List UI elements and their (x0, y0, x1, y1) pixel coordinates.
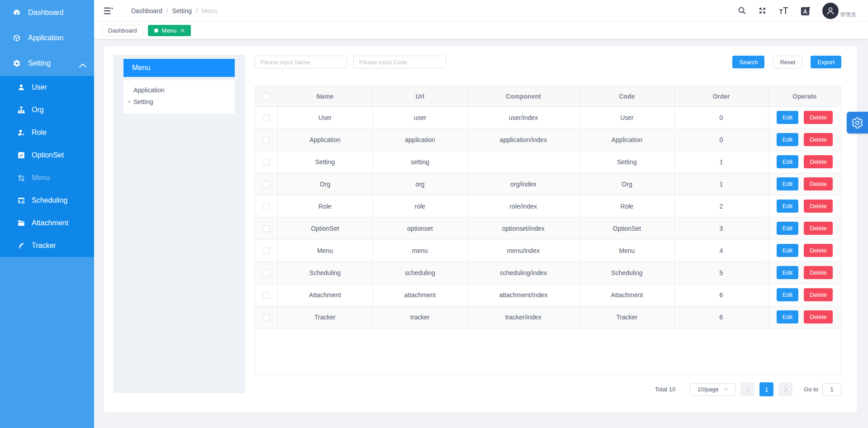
prev-page-button[interactable] (740, 382, 754, 396)
edit-button[interactable]: Edit (777, 222, 798, 235)
table-header-row: Name Url Component Code Order Operate (255, 86, 841, 106)
sidebar-item-label: Setting (28, 59, 51, 67)
row-checkbox[interactable] (263, 314, 270, 321)
cell-component: tracker/index (467, 306, 579, 328)
sidebar-item-dashboard[interactable]: Dashboard (0, 0, 94, 25)
sidebar-item-role[interactable]: Role (0, 121, 94, 144)
cell-component (467, 151, 579, 173)
row-checkbox[interactable] (263, 181, 270, 188)
edit-button[interactable]: Edit (777, 177, 798, 190)
delete-button[interactable]: Delete (804, 222, 833, 235)
page-number-button[interactable]: 1 (759, 382, 773, 396)
export-button[interactable]: Export (811, 56, 841, 68)
delete-button[interactable]: Delete (804, 155, 833, 168)
tree-item-application[interactable]: Application (123, 84, 235, 96)
row-checkbox[interactable] (263, 225, 270, 232)
reset-button[interactable]: Reset (773, 56, 802, 68)
app-root: Dashboard Application Setting User (0, 0, 868, 428)
sidebar-item-user[interactable]: User (0, 76, 94, 99)
sidebar-item-application[interactable]: Application (0, 25, 94, 51)
sidebar-item-optionset[interactable]: OptionSet (0, 144, 94, 166)
cell-code: Setting (579, 151, 674, 173)
sidebar-item-setting[interactable]: Setting (0, 51, 94, 76)
org-icon (17, 106, 25, 114)
translate-icon[interactable] (801, 6, 811, 16)
row-checkbox[interactable] (263, 292, 270, 299)
column-header: Operate (768, 86, 841, 106)
cell-name: Tracker (277, 306, 373, 328)
row-checkbox[interactable] (263, 203, 270, 210)
code-filter-input[interactable] (353, 56, 446, 68)
optionset-icon (17, 151, 25, 159)
sidebar-item-menu[interactable]: Menu (0, 166, 94, 189)
sidebar-item-label: Scheduling (32, 196, 67, 204)
cell-url: menu (373, 239, 467, 262)
name-filter-input[interactable] (255, 56, 347, 68)
tab-label: Dashboard (108, 27, 137, 34)
breadcrumb-separator: / (196, 7, 198, 14)
sidebar-fold-icon[interactable] (103, 7, 113, 15)
delete-button[interactable]: Delete (804, 111, 833, 124)
settings-fab-button[interactable] (847, 112, 868, 133)
cell-code: Org (579, 173, 674, 195)
row-checkbox[interactable] (263, 247, 270, 254)
delete-button[interactable]: Delete (804, 244, 833, 257)
edit-button[interactable]: Edit (777, 310, 798, 323)
edit-button[interactable]: Edit (777, 133, 798, 146)
sidebar-item-org[interactable]: Org (0, 99, 94, 121)
delete-button[interactable]: Delete (804, 288, 833, 301)
delete-button[interactable]: Delete (804, 310, 833, 323)
select-all-checkbox[interactable] (263, 93, 270, 100)
cell-name: Scheduling (277, 262, 373, 284)
table-row: OptionSetoptionsetoptionset/indexOptionS… (255, 217, 841, 239)
font-size-icon[interactable] (778, 6, 789, 15)
edit-button[interactable]: Edit (777, 200, 798, 213)
edit-button[interactable]: Edit (777, 244, 798, 257)
tab-dashboard[interactable]: Dashboard (102, 25, 143, 36)
sidebar-item-scheduling[interactable]: Scheduling (0, 189, 94, 212)
tracker-icon (17, 242, 25, 250)
goto-page-input[interactable] (822, 383, 841, 396)
search-button[interactable]: Search (732, 56, 764, 68)
tree-item-setting[interactable]: Setting (123, 96, 235, 108)
delete-button[interactable]: Delete (804, 200, 833, 213)
row-checkbox[interactable] (263, 137, 270, 143)
close-icon[interactable] (180, 29, 185, 33)
table-body: Useruseruser/indexUser0EditDeleteApplica… (255, 106, 841, 328)
delete-button[interactable]: Delete (804, 177, 833, 190)
cell-order: 4 (674, 239, 768, 262)
sidebar-item-label: Application (28, 34, 63, 42)
fullscreen-icon[interactable] (758, 6, 767, 15)
cell-url: application (373, 128, 467, 151)
delete-button[interactable]: Delete (804, 133, 833, 146)
cell-name: Org (277, 173, 373, 195)
total-count-label: Total 10 (655, 386, 676, 393)
tab-menu[interactable]: Menu (148, 25, 191, 36)
edit-button[interactable]: Edit (777, 288, 798, 301)
edit-button[interactable]: Edit (777, 155, 798, 168)
page-size-select[interactable]: 10/page (690, 383, 735, 396)
breadcrumb-item[interactable]: Setting (172, 7, 192, 14)
cell-component: attachment/index (467, 284, 579, 306)
breadcrumb-item[interactable]: Dashboard (131, 7, 162, 14)
cell-order: 3 (674, 217, 768, 239)
username-label: 管理员 (840, 11, 856, 19)
sidebar-item-tracker[interactable]: Tracker (0, 234, 94, 257)
sidebar-item-attachment[interactable]: Attachment (0, 212, 94, 234)
delete-button[interactable]: Delete (804, 266, 833, 279)
chevron-right-icon[interactable] (128, 100, 131, 104)
cell-code: Application (579, 128, 674, 151)
avatar[interactable] (822, 3, 839, 19)
cell-name: User (277, 106, 373, 128)
next-page-button[interactable] (778, 382, 792, 396)
row-checkbox[interactable] (263, 270, 270, 276)
edit-button[interactable]: Edit (777, 111, 798, 124)
cell-order: 1 (674, 173, 768, 195)
page-size-value: 10/page (697, 386, 719, 393)
cell-url: tracker (373, 306, 467, 328)
edit-button[interactable]: Edit (777, 266, 798, 279)
row-checkbox[interactable] (263, 114, 270, 121)
cell-order: 6 (674, 284, 768, 306)
search-icon[interactable] (738, 6, 746, 15)
row-checkbox[interactable] (263, 159, 270, 166)
